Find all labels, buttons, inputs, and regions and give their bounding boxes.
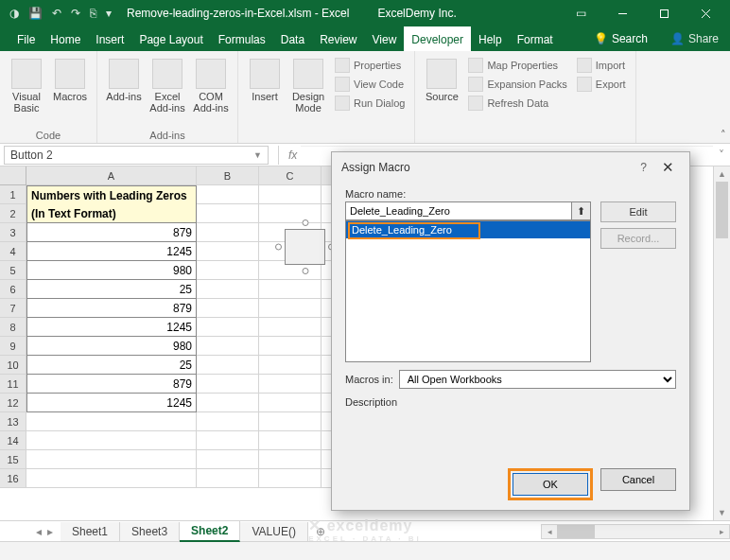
cell[interactable] bbox=[197, 242, 259, 261]
vertical-scrollbar[interactable]: ▲ ▼ bbox=[713, 166, 730, 520]
expand-formula-icon[interactable]: ˅ bbox=[713, 149, 730, 162]
cell[interactable] bbox=[259, 450, 322, 469]
row-header[interactable]: 1 bbox=[0, 185, 26, 204]
cell[interactable] bbox=[197, 412, 259, 431]
cell[interactable] bbox=[26, 450, 197, 469]
record-button[interactable]: Record... bbox=[600, 228, 676, 249]
cell[interactable] bbox=[26, 412, 197, 431]
cell[interactable] bbox=[197, 431, 259, 450]
row-header[interactable]: 14 bbox=[0, 431, 26, 450]
scroll-right-icon[interactable]: ▸ bbox=[714, 525, 729, 538]
resize-handle[interactable] bbox=[302, 219, 308, 226]
row-header[interactable]: 11 bbox=[0, 375, 26, 394]
tab-file[interactable]: File bbox=[9, 26, 43, 51]
design-mode-button[interactable]: Design Mode bbox=[287, 55, 329, 128]
col-header[interactable]: B bbox=[197, 166, 259, 185]
macro-name-input[interactable] bbox=[345, 201, 572, 220]
cell[interactable] bbox=[259, 280, 322, 299]
cell[interactable] bbox=[259, 299, 322, 318]
tab-review[interactable]: Review bbox=[312, 26, 364, 51]
share-button[interactable]: 👤Share bbox=[659, 26, 730, 51]
refresh-data-button[interactable]: Refresh Data bbox=[464, 95, 570, 112]
data-cell[interactable]: 980 bbox=[26, 337, 197, 356]
qa-dropdown-icon[interactable]: ▾ bbox=[106, 7, 112, 20]
reference-button[interactable]: ⬆ bbox=[572, 201, 591, 220]
cell[interactable] bbox=[259, 337, 322, 356]
cancel-button[interactable]: Cancel bbox=[600, 468, 676, 491]
tab-view[interactable]: View bbox=[365, 26, 405, 51]
collapse-ribbon-icon[interactable]: ˄ bbox=[721, 129, 726, 141]
excel-addins-button[interactable]: Excel Add-ins bbox=[147, 55, 188, 128]
autosave-icon[interactable]: ◑ bbox=[9, 7, 19, 20]
cell[interactable] bbox=[259, 469, 322, 488]
edit-button[interactable]: Edit bbox=[600, 201, 676, 222]
visual-basic-button[interactable]: Visual Basic bbox=[6, 55, 47, 128]
run-dialog-button[interactable]: Run Dialog bbox=[331, 95, 408, 112]
col-header[interactable]: C bbox=[259, 166, 322, 185]
cell[interactable] bbox=[259, 431, 322, 450]
row-header[interactable]: 4 bbox=[0, 242, 26, 261]
macros-in-select[interactable]: All Open Workbooks bbox=[399, 370, 676, 389]
spreadsheet-grid[interactable]: A B C D 1 Numbers with Leading Zeros 2(I… bbox=[0, 166, 384, 520]
tab-developer[interactable]: Developer bbox=[404, 26, 471, 51]
tab-nav-prev-icon[interactable]: ◂ bbox=[36, 525, 42, 538]
com-addins-button[interactable]: COM Add-ins bbox=[190, 55, 232, 128]
minimize-button[interactable] bbox=[601, 0, 643, 26]
search-box[interactable]: 💡Search bbox=[582, 26, 659, 51]
resize-handle[interactable] bbox=[275, 244, 282, 251]
scroll-thumb[interactable] bbox=[557, 525, 595, 538]
data-cell[interactable]: 980 bbox=[26, 261, 197, 280]
row-header[interactable]: 10 bbox=[0, 356, 26, 375]
row-header[interactable]: 8 bbox=[0, 318, 26, 337]
cell[interactable] bbox=[197, 337, 259, 356]
cell[interactable] bbox=[197, 280, 259, 299]
form-button-shape[interactable] bbox=[279, 223, 331, 271]
cell[interactable] bbox=[259, 356, 322, 375]
view-code-button[interactable]: View Code bbox=[331, 76, 408, 93]
data-cell[interactable]: 25 bbox=[26, 356, 197, 375]
properties-button[interactable]: Properties bbox=[331, 57, 408, 74]
row-header[interactable]: 3 bbox=[0, 223, 26, 242]
cell[interactable] bbox=[197, 450, 259, 469]
resize-handle[interactable] bbox=[302, 268, 308, 274]
maximize-button[interactable] bbox=[643, 0, 685, 26]
data-cell[interactable]: 879 bbox=[26, 223, 197, 242]
cell[interactable] bbox=[197, 356, 259, 375]
map-properties-button[interactable]: Map Properties bbox=[464, 57, 570, 74]
row-header[interactable]: 6 bbox=[0, 280, 26, 299]
new-sheet-button[interactable]: ⊕ bbox=[308, 523, 333, 540]
tab-nav-next-icon[interactable]: ▸ bbox=[47, 525, 53, 538]
expansion-packs-button[interactable]: Expansion Packs bbox=[464, 76, 570, 93]
row-header[interactable]: 13 bbox=[0, 412, 26, 431]
export-button[interactable]: Export bbox=[573, 76, 630, 93]
sheet-tab[interactable]: Sheet1 bbox=[61, 522, 120, 541]
touch-icon[interactable]: ⎘ bbox=[90, 7, 96, 20]
cell[interactable] bbox=[197, 394, 259, 412]
macros-button[interactable]: Macros bbox=[49, 55, 91, 128]
tab-home[interactable]: Home bbox=[43, 26, 88, 51]
macro-listbox[interactable]: Delete_Leading_Zero bbox=[345, 220, 591, 362]
data-cell[interactable]: 879 bbox=[26, 299, 197, 318]
tab-data[interactable]: Data bbox=[273, 26, 312, 51]
horizontal-scrollbar[interactable]: ◂▸ bbox=[541, 524, 730, 539]
cell[interactable] bbox=[259, 318, 322, 337]
ok-button[interactable]: OK bbox=[513, 473, 588, 496]
ribbon-options-icon[interactable]: ▭ bbox=[560, 0, 601, 26]
cell[interactable] bbox=[26, 431, 197, 450]
close-button[interactable] bbox=[685, 0, 726, 26]
tab-format[interactable]: Format bbox=[510, 26, 561, 51]
col-header[interactable]: A bbox=[26, 166, 197, 185]
namebox-dropdown-icon[interactable]: ▼ bbox=[253, 150, 262, 160]
scroll-left-icon[interactable]: ◂ bbox=[542, 525, 557, 538]
scroll-up-icon[interactable]: ▲ bbox=[714, 166, 730, 182]
insert-control-button[interactable]: Insert bbox=[244, 55, 286, 128]
tab-help[interactable]: Help bbox=[471, 26, 510, 51]
row-header[interactable]: 7 bbox=[0, 299, 26, 318]
addins-button[interactable]: Add-ins bbox=[103, 55, 145, 128]
cell[interactable] bbox=[197, 469, 259, 488]
sheet-tab-active[interactable]: Sheet2 bbox=[180, 521, 240, 542]
row-header[interactable]: 9 bbox=[0, 337, 26, 356]
cell[interactable] bbox=[259, 394, 322, 412]
select-all-corner[interactable] bbox=[0, 166, 26, 185]
dialog-help-icon[interactable]: ? bbox=[631, 161, 656, 174]
